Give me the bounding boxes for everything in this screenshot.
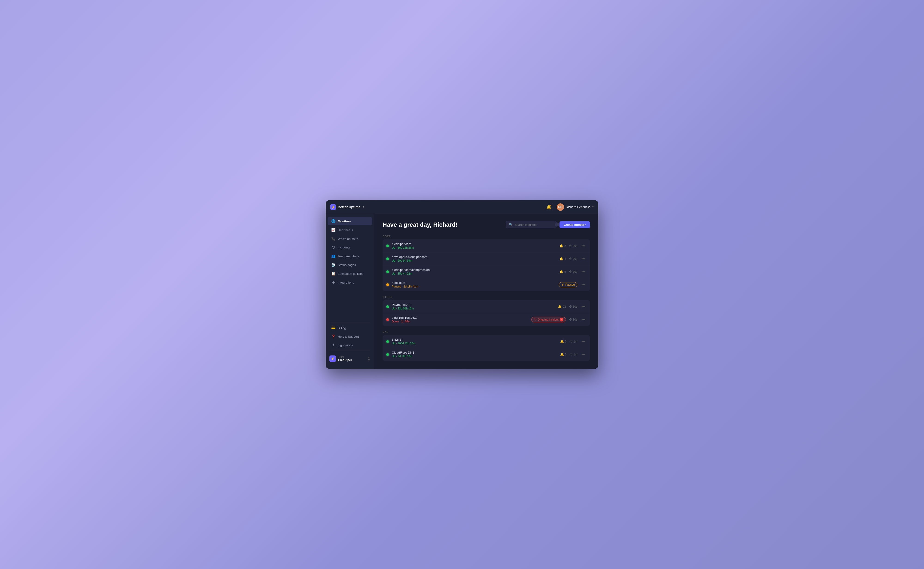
nav-help-label: Help & Support	[338, 335, 359, 338]
monitor-row[interactable]: CloudFlare DNS Up · 3d 18h 32m 🔔 0 ⏱ 1m	[382, 348, 590, 361]
user-menu[interactable]: RH Richard Hendricks ▾	[557, 203, 594, 211]
monitor-right: 🛡 Ongoing incident › ⏱ 30s •••	[531, 317, 586, 323]
sidebar: 🌐 Monitors 📈 Heartbeats 📞 Who's on call?…	[326, 214, 374, 369]
alert-icon: 🔔	[560, 353, 564, 356]
alert-count: 🔔 0	[560, 353, 567, 356]
incident-arrow-icon: ›	[560, 318, 563, 321]
interval-badge: ⏱ 30s	[569, 305, 577, 308]
alert-icon: 🔔	[560, 244, 563, 248]
monitor-status: Up · 3d 18h 32m	[392, 355, 560, 358]
monitor-info: Payments API Up · 23d 01h 12m	[392, 303, 558, 310]
search-icon: 🔍	[509, 223, 513, 227]
integrations-icon: ⚙	[331, 280, 335, 284]
avatar: RH	[557, 203, 564, 211]
interval-badge: ⏱ 30s	[569, 318, 577, 321]
more-options-button[interactable]: •••	[581, 282, 586, 287]
status-dot-up	[386, 271, 389, 273]
billing-icon: 💳	[331, 326, 335, 330]
more-options-button[interactable]: •••	[581, 339, 586, 344]
monitors-icon: 🌐	[331, 219, 335, 223]
main-content: Have a great day, Richard! 🔍 / Create mo…	[374, 214, 598, 369]
incident-badge: 🛡 Ongoing incident ›	[531, 317, 566, 323]
nav-status-pages[interactable]: 📡 Status pages	[328, 261, 372, 269]
alert-icon: 🔔	[560, 270, 563, 274]
monitor-row[interactable]: piedpiper.com/compression Up · 35d 4h 22…	[382, 265, 590, 278]
nav-light-mode[interactable]: ☀ Light mode	[328, 341, 372, 349]
monitor-row[interactable]: developers.piedpiper.com Up · 60d 9h 39m…	[382, 253, 590, 265]
main-layout: 🌐 Monitors 📈 Heartbeats 📞 Who's on call?…	[326, 214, 598, 369]
monitor-name: piedpiper.com	[392, 242, 560, 246]
incidents-icon: 🛡	[331, 245, 335, 250]
app-name: Better Uptime	[338, 205, 360, 209]
nav-monitors-label: Monitors	[338, 219, 351, 223]
nav-monitors[interactable]: 🌐 Monitors	[328, 217, 372, 225]
search-kbd: /	[555, 223, 559, 226]
interval-badge: ⏱ 30s	[569, 244, 577, 248]
nav-heartbeats[interactable]: 📈 Heartbeats	[328, 226, 372, 234]
team-logo: ⚡	[329, 356, 336, 362]
monitor-info: CloudFlare DNS Up · 3d 18h 32m	[392, 351, 560, 358]
monitor-status: Up · 66d 18h 26m	[392, 246, 560, 250]
alert-count: 🔔 2	[560, 244, 566, 248]
monitor-row[interactable]: piedpiper.com Up · 66d 18h 26m 🔔 2 ⏱ 30s	[382, 239, 590, 253]
sidebar-bottom: 💳 Billing ❓ Help & Support ☀ Light mode …	[326, 320, 374, 366]
more-options-button[interactable]: •••	[581, 317, 586, 322]
more-options-button[interactable]: •••	[581, 269, 586, 274]
alert-count: 🔔 22	[558, 305, 566, 308]
monitor-status: Up · 35d 4h 22m	[392, 272, 560, 275]
light-mode-icon: ☀	[331, 343, 335, 347]
monitor-status: Up · 60d 9h 39m	[392, 259, 560, 262]
nav-billing-label: Billing	[338, 326, 346, 330]
top-bar-right: 🔔 RH Richard Hendricks ▾	[545, 203, 594, 211]
nav-help-support[interactable]: ❓ Help & Support	[328, 332, 372, 341]
search-input[interactable]	[515, 223, 554, 227]
clock-icon: ⏱	[569, 305, 572, 308]
monitor-name: piedpiper.com/compression	[392, 268, 560, 272]
monitor-info: 8.8.8.8 Up · 165d 12h 35m	[392, 338, 560, 345]
alert-count: 🔔 9	[560, 270, 566, 274]
monitor-row[interactable]: ping 158.195.26.1 Down · 1h 09m 🛡 Ongoin…	[382, 313, 590, 326]
team-name: PiedPiper	[338, 358, 365, 362]
logo-area[interactable]: ⚡ Better Uptime ▾	[330, 204, 364, 210]
header-actions: 🔍 / Create monitor	[506, 221, 590, 228]
alert-icon: 🔔	[560, 340, 564, 343]
status-pages-icon: 📡	[331, 263, 335, 267]
monitor-right: 🔔 2 ⏱ 30s •••	[560, 243, 586, 248]
team-section[interactable]: ⚡ Team PiedPiper ▲▼	[326, 353, 374, 364]
monitor-row[interactable]: hooli.com Paused · 2d 18h 41m ⏸ Paused •…	[382, 278, 590, 291]
status-dot-up	[386, 353, 389, 356]
nav-integrations-label: Integrations	[338, 281, 354, 284]
nav-light-mode-label: Light mode	[338, 344, 353, 347]
nav-incidents[interactable]: 🛡 Incidents	[328, 243, 372, 251]
group-other-label: Other	[382, 295, 590, 298]
status-dot-down	[386, 318, 389, 321]
more-options-button[interactable]: •••	[581, 304, 586, 309]
monitor-name: Payments API	[392, 303, 558, 306]
monitor-info: hooli.com Paused · 2d 18h 41m	[392, 281, 559, 288]
more-options-button[interactable]: •••	[581, 352, 586, 357]
status-dot-up	[386, 305, 389, 308]
nav-whos-on-call[interactable]: 📞 Who's on call?	[328, 234, 372, 243]
notifications-button[interactable]: 🔔	[545, 203, 553, 211]
monitor-info: piedpiper.com Up · 66d 18h 26m	[392, 242, 560, 250]
paused-badge: ⏸ Paused	[559, 282, 577, 287]
nav-integrations[interactable]: ⚙ Integrations	[328, 278, 372, 287]
interval-badge: ⏱ 30s	[569, 257, 577, 260]
logo-chevron-icon: ▾	[363, 205, 364, 208]
more-options-button[interactable]: •••	[581, 256, 586, 262]
monitor-name: developers.piedpiper.com	[392, 255, 560, 259]
monitor-row[interactable]: 8.8.8.8 Up · 165d 12h 35m 🔔 0 ⏱ 1m	[382, 335, 590, 348]
clock-icon: ⏱	[569, 244, 572, 248]
nav-billing[interactable]: 💳 Billing	[328, 324, 372, 332]
monitor-status: Up · 165d 12h 35m	[392, 342, 560, 345]
search-box[interactable]: 🔍 /	[506, 221, 557, 228]
more-options-button[interactable]: •••	[581, 243, 586, 248]
nav-escalation-policies[interactable]: 📋 Escalation policies	[328, 269, 372, 278]
nav-team-members[interactable]: 👥 Team members	[328, 252, 372, 260]
page-greeting: Have a great day, Richard!	[382, 221, 458, 228]
interval-badge: ⏱ 1m	[570, 340, 578, 343]
clock-icon: ⏱	[569, 257, 572, 260]
incident-icon: 🛡	[534, 318, 537, 321]
create-monitor-button[interactable]: Create monitor	[560, 221, 590, 228]
monitor-row[interactable]: Payments API Up · 23d 01h 12m 🔔 22 ⏱ 30s	[382, 300, 590, 313]
